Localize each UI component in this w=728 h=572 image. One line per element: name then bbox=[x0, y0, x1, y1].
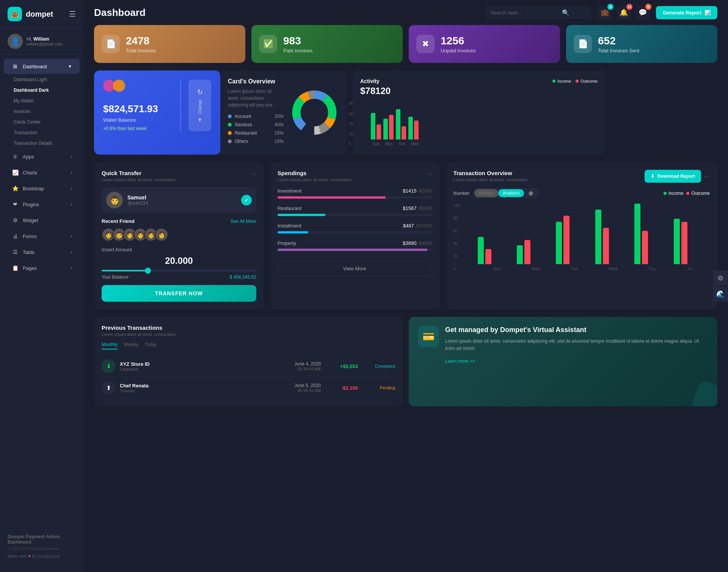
income-bar-thu bbox=[634, 204, 640, 264]
search-box: 🔍 bbox=[485, 6, 592, 19]
tx-type: Cashback bbox=[120, 367, 150, 371]
svg-point-5 bbox=[301, 99, 328, 127]
footer-made-with: Made with ♥ by DesignZone bbox=[8, 554, 76, 558]
amount-slider[interactable] bbox=[102, 270, 256, 271]
sidebar-item-bootstrap[interactable]: ⭐ Bootstrap › bbox=[4, 181, 80, 196]
spending-bar bbox=[278, 214, 325, 216]
toggle-switch[interactable]: Number Analytics ⬤ bbox=[473, 188, 539, 198]
chevron-right-icon: › bbox=[71, 186, 72, 191]
transaction-axis-labels: Sun Mon Tue Wed Thu Fri bbox=[466, 266, 710, 271]
user-info: Hi, William william@gmail.com bbox=[27, 36, 62, 46]
chevron-down-icon: ▼ bbox=[197, 117, 202, 123]
tab-monthly[interactable]: Monthly bbox=[102, 342, 118, 349]
spending-property: Property $3890 /$4000 bbox=[278, 240, 432, 251]
income-legend: Income bbox=[552, 79, 571, 83]
transfer-now-button[interactable]: TRANSFER NOW bbox=[102, 285, 256, 302]
sidebar-sub-transaction[interactable]: Transaction bbox=[0, 127, 83, 138]
table-icon: ☰ bbox=[11, 248, 19, 256]
outcome-bar-mon bbox=[389, 115, 394, 139]
sidebar-item-charts[interactable]: 📈 Charts › bbox=[4, 165, 80, 180]
outcome-bar-thu bbox=[642, 231, 648, 264]
plugins-icon: ❤ bbox=[11, 201, 19, 208]
outcome-bar-wed bbox=[414, 121, 419, 139]
logo-icon: 👜 bbox=[8, 7, 22, 21]
tx-amount: -$2,100 bbox=[331, 385, 358, 391]
sidebar-sub-dashboard-dark[interactable]: Dashboard Dark bbox=[0, 85, 83, 96]
transaction-bar-chart bbox=[466, 204, 710, 264]
more-options-button[interactable]: ··· bbox=[251, 170, 256, 178]
outcome-legend: Outcome bbox=[686, 191, 710, 196]
sidebar-item-forms[interactable]: 🖨 Forms › bbox=[4, 229, 80, 244]
legend-others: Others 15% bbox=[228, 139, 284, 144]
chart-icon: 📊 bbox=[704, 10, 711, 16]
tab-today[interactable]: Today bbox=[144, 342, 157, 349]
legend-dot bbox=[228, 114, 232, 118]
sidebar-sub-invoices[interactable]: Invoices bbox=[0, 106, 83, 117]
sidebar-sub-cards[interactable]: Cards Center bbox=[0, 117, 83, 127]
toggle-dot[interactable]: ⬤ bbox=[524, 189, 538, 197]
stat-label: Total Invoices Sent bbox=[598, 48, 639, 53]
spendings-card: Spendings Lorem ipsum dolor sit amet, co… bbox=[270, 162, 440, 309]
stat-icon: 📄 bbox=[574, 35, 592, 53]
spendings-title: Spendings bbox=[278, 170, 352, 176]
download-report-button[interactable]: ⬇ Download Report bbox=[645, 170, 701, 183]
legend-dot bbox=[228, 131, 232, 135]
topbar: Dashboard 🔍 💼 2 🔔 12 💬 8 Generate Report… bbox=[83, 0, 728, 25]
tx-amount: +$5,553 bbox=[331, 364, 358, 369]
toggle-analytics[interactable]: Analytics bbox=[498, 189, 524, 197]
transaction-overview-card: Transaction Overview Lorem ipsum dolor s… bbox=[446, 162, 717, 309]
toggle-number[interactable]: Number bbox=[474, 189, 498, 197]
outcome-bar-fri bbox=[681, 222, 687, 264]
sidebar-item-pages[interactable]: 📋 Pages › bbox=[4, 260, 80, 276]
footer-brand: Dompet Payment Admin Dashboard bbox=[8, 534, 76, 545]
sidebar-item-widget[interactable]: ⚙ Widget bbox=[4, 213, 80, 228]
check-circle-icon: ✓ bbox=[241, 195, 252, 205]
friend-avatar[interactable]: 👩 bbox=[155, 228, 168, 241]
settings-panel-button[interactable]: ⚙ bbox=[713, 271, 728, 286]
bar-axis-labels: Sun Mon Tue Wed bbox=[371, 142, 598, 146]
transfer-user-name: Samuel bbox=[127, 194, 148, 201]
notification-button[interactable]: 🔔 12 bbox=[617, 5, 631, 20]
stat-label: Unpaid Invoices bbox=[441, 48, 476, 53]
sidebar-item-label: Widget bbox=[23, 218, 38, 223]
outcome-bar-tue bbox=[402, 126, 406, 139]
income-bar-wed bbox=[408, 117, 413, 139]
sidebar-item-apps[interactable]: ① Apps › bbox=[4, 149, 80, 164]
sidebar-item-plugins[interactable]: ❤ Plugins › bbox=[4, 197, 80, 212]
generate-report-button[interactable]: Generate Report 📊 bbox=[656, 6, 717, 19]
quick-transfer-card: Quick Transfer Lorem ipsum dolor sit ame… bbox=[94, 162, 264, 309]
main-content: Dashboard 🔍 💼 2 🔔 12 💬 8 Generate Report… bbox=[83, 0, 728, 572]
search-icon[interactable]: 🔍 bbox=[562, 9, 570, 16]
search-input[interactable] bbox=[491, 10, 559, 16]
see-all-link[interactable]: See All More bbox=[231, 219, 256, 224]
sidebar-item-dashboard[interactable]: ⊞ Dashboard ▼ bbox=[4, 59, 80, 74]
prev-transactions-row: Previous Transactions Lorem ipsum dolor … bbox=[94, 317, 717, 406]
va-learn-more-link[interactable]: Learn more >> bbox=[445, 359, 475, 364]
topbar-icons: 💼 2 🔔 12 💬 8 bbox=[598, 5, 650, 20]
spending-installment: Installment $487 /$10000 bbox=[278, 222, 432, 234]
content-area: 📄 2478 Total Invoices ✅ 983 Paid Invoice… bbox=[83, 25, 728, 572]
sidebar-sub-dashboard-light[interactable]: Dashboard Light bbox=[0, 74, 83, 85]
cards-overview-title: Card's Overview bbox=[228, 78, 339, 85]
tab-weekly[interactable]: Weekly bbox=[124, 342, 138, 349]
right-panel: ⚙ 🌊 bbox=[713, 271, 728, 302]
sidebar-item-table[interactable]: ☰ Table › bbox=[4, 244, 80, 260]
chevron-right-icon: › bbox=[71, 266, 72, 270]
theme-panel-button[interactable]: 🌊 bbox=[713, 287, 728, 302]
transfer-user-handle: @sum224 bbox=[127, 201, 148, 206]
refresh-icon: ↻ bbox=[197, 88, 203, 96]
more-options-button[interactable]: ··· bbox=[704, 172, 710, 180]
stat-number: 2478 bbox=[126, 35, 156, 47]
tx-status: Pending bbox=[369, 386, 395, 390]
briefcase-button[interactable]: 💼 2 bbox=[598, 5, 612, 20]
message-button[interactable]: 💬 8 bbox=[635, 5, 650, 20]
more-options-button[interactable]: ··· bbox=[427, 170, 432, 178]
view-more-button[interactable]: View More bbox=[278, 261, 432, 276]
logo-text: dompet bbox=[26, 10, 53, 19]
income-bar-fri bbox=[674, 219, 680, 264]
hamburger-menu[interactable]: ☰ bbox=[69, 9, 76, 19]
sidebar-sub-transaction-details[interactable]: Transaction Details bbox=[0, 138, 83, 149]
change-button[interactable]: ↻ Change ▼ bbox=[188, 80, 211, 131]
stat-label: Paid Invoices bbox=[283, 48, 312, 53]
sidebar-sub-wallet[interactable]: My Wallet bbox=[0, 96, 83, 106]
